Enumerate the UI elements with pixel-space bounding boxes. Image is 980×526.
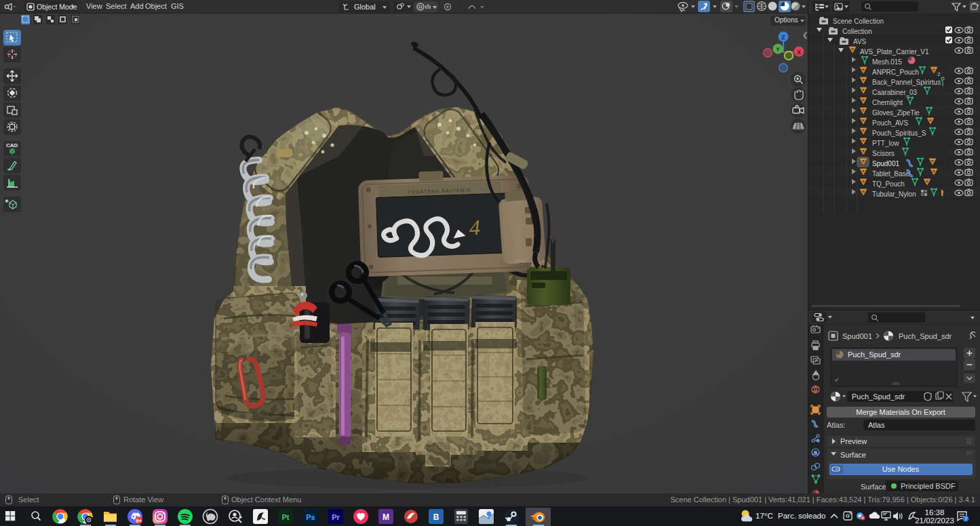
svg-text:Merge Materials On Export: Merge Materials On Export <box>856 408 945 416</box>
svg-text:AVS_Plate_Carrier_V1: AVS_Plate_Carrier_V1 <box>860 48 929 56</box>
svg-text:PTT_low: PTT_low <box>872 140 899 147</box>
svg-text:Ps: Ps <box>306 513 315 521</box>
svg-text:Atlas: Atlas <box>868 421 885 429</box>
svg-text:Y: Y <box>776 46 780 53</box>
svg-text:Global: Global <box>354 3 376 11</box>
svg-text:Use Nodes: Use Nodes <box>882 465 920 473</box>
svg-text:Spud001: Spud001 <box>872 160 899 167</box>
svg-text:17°C: 17°C <box>756 512 773 520</box>
svg-text:Atlas:: Atlas: <box>827 421 846 429</box>
svg-text:Mesh.015: Mesh.015 <box>872 58 902 66</box>
svg-text:CAD: CAD <box>6 142 18 148</box>
svg-text:B: B <box>433 512 439 522</box>
svg-text:16:38: 16:38 <box>925 508 945 517</box>
svg-text:21/02/2023: 21/02/2023 <box>915 517 954 525</box>
svg-text:Puch_Spud_sdr: Puch_Spud_sdr <box>899 332 952 340</box>
svg-text:Pr: Pr <box>332 513 340 521</box>
svg-text:TQ_Pouch: TQ_Pouch <box>872 180 905 188</box>
svg-text:X: X <box>797 49 801 56</box>
svg-text:7: 7 <box>964 516 967 522</box>
svg-text:ANPRC_Pouch: ANPRC_Pouch <box>872 68 919 76</box>
svg-text:Tablet_Base: Tablet_Base <box>872 170 909 178</box>
svg-text:Parc. soleado: Parc. soleado <box>778 512 825 520</box>
svg-text:9+: 9+ <box>136 518 142 524</box>
svg-text:Collection: Collection <box>842 28 872 35</box>
svg-text:Scene Collection: Scene Collection <box>833 18 884 25</box>
svg-text:Surface: Surface <box>840 451 866 459</box>
svg-text:Tubular_Nylon: Tubular_Nylon <box>872 190 916 198</box>
svg-text:Puch_Spud_sdr: Puch_Spud_sdr <box>852 392 905 401</box>
svg-text:Caarabiner_03: Caarabiner_03 <box>872 89 918 96</box>
svg-text:Pouch_AVS: Pouch_AVS <box>872 119 909 127</box>
svg-text:Gloves_ZipeTie: Gloves_ZipeTie <box>872 109 920 117</box>
svg-text:Scisors: Scisors <box>872 150 895 157</box>
svg-text:AVS: AVS <box>853 38 867 45</box>
svg-text:Z: Z <box>781 34 785 41</box>
svg-text:Preview: Preview <box>840 437 867 445</box>
svg-text:M: M <box>383 512 389 522</box>
svg-text:Pouch_Spiritus_S: Pouch_Spiritus_S <box>872 129 926 137</box>
svg-text:Puch_Spud_sdr: Puch_Spud_sdr <box>848 350 901 359</box>
svg-text:Pt: Pt <box>282 513 290 521</box>
svg-text:Spud001: Spud001 <box>842 332 872 340</box>
svg-text:Chemlight: Chemlight <box>872 99 903 106</box>
svg-text:2: 2 <box>937 71 941 77</box>
svg-text:4: 4 <box>469 215 481 240</box>
svg-text:Back_Pannel_Spirirtus: Back_Pannel_Spirirtus <box>872 79 941 86</box>
